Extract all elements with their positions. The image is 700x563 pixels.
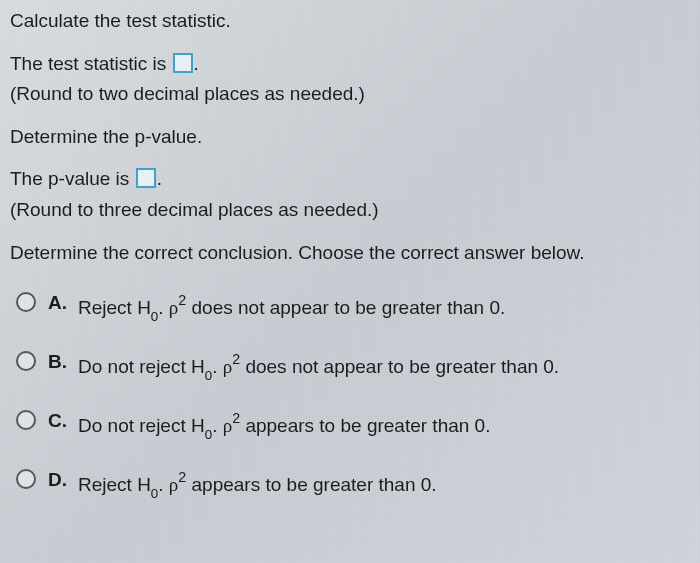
p-value-line: The p-value is . [10, 166, 690, 193]
p-value-suffix: . [157, 168, 162, 189]
option-c-mid: . [212, 416, 223, 437]
option-d-prefix: Reject H [78, 475, 151, 496]
option-d-text: Reject H0. ρ2 appears to be greater than… [78, 469, 437, 502]
option-c-rho: ρ [223, 416, 232, 437]
option-c-letter: C. [48, 410, 72, 432]
round-three-decimals-note: (Round to three decimal places as needed… [10, 197, 690, 224]
option-a-sub: 0 [151, 309, 158, 324]
option-c-sub: 0 [205, 427, 212, 442]
option-b-prefix: Do not reject H [78, 357, 205, 378]
option-a-text: Reject H0. ρ2 does not appear to be grea… [78, 292, 505, 325]
option-b-letter: B. [48, 351, 72, 373]
test-statistic-suffix: . [194, 53, 199, 74]
option-b: B. Do not reject H0. ρ2 does not appear … [10, 347, 690, 384]
option-a-letter: A. [48, 292, 72, 314]
option-d-sub: 0 [151, 486, 158, 501]
p-value-input[interactable] [136, 168, 156, 188]
test-statistic-input[interactable] [173, 53, 193, 73]
prompt-determine-conclusion: Determine the correct conclusion. Choose… [10, 240, 690, 267]
option-a-prefix: Reject H [78, 297, 151, 318]
option-d: D. Reject H0. ρ2 appears to be greater t… [10, 465, 690, 502]
option-b-sub: 0 [205, 368, 212, 383]
option-b-text: Do not reject H0. ρ2 does not appear to … [78, 351, 559, 384]
option-c-radio[interactable] [16, 410, 36, 430]
option-a-suffix: does not appear to be greater than 0. [186, 297, 505, 318]
option-d-suffix: appears to be greater than 0. [186, 475, 436, 496]
test-statistic-prefix: The test statistic is [10, 53, 172, 74]
option-a-rho: ρ [169, 297, 178, 318]
option-b-suffix: does not appear to be greater than 0. [240, 357, 559, 378]
prompt-calculate-test-statistic: Calculate the test statistic. [10, 8, 690, 35]
prompt-determine-p-value: Determine the p-value. [10, 124, 690, 151]
option-c-prefix: Do not reject H [78, 416, 205, 437]
option-d-radio[interactable] [16, 469, 36, 489]
option-d-letter: D. [48, 469, 72, 491]
option-c-suffix: appears to be greater than 0. [240, 416, 490, 437]
option-a: A. Reject H0. ρ2 does not appear to be g… [10, 288, 690, 325]
option-a-radio[interactable] [16, 292, 36, 312]
option-b-radio[interactable] [16, 351, 36, 371]
option-c: C. Do not reject H0. ρ2 appears to be gr… [10, 406, 690, 443]
option-a-sup: 2 [178, 292, 186, 308]
option-b-rho: ρ [223, 357, 232, 378]
option-d-rho: ρ [169, 475, 178, 496]
p-value-prefix: The p-value is [10, 168, 135, 189]
option-a-mid: . [158, 297, 169, 318]
round-two-decimals-note: (Round to two decimal places as needed.) [10, 81, 690, 108]
options-group: A. Reject H0. ρ2 does not appear to be g… [10, 288, 690, 502]
test-statistic-line: The test statistic is . [10, 51, 690, 78]
option-d-sup: 2 [178, 469, 186, 485]
option-c-text: Do not reject H0. ρ2 appears to be great… [78, 410, 490, 443]
option-d-mid: . [158, 475, 169, 496]
option-b-sup: 2 [232, 351, 240, 367]
option-b-mid: . [212, 357, 223, 378]
option-c-sup: 2 [232, 410, 240, 426]
